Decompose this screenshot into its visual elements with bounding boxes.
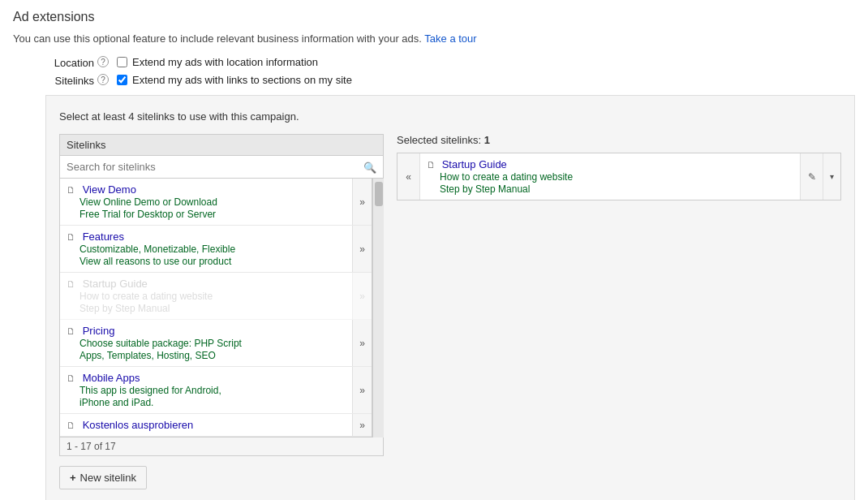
location-checkbox-label: Extend my ads with location information xyxy=(132,56,318,68)
list-item: 🗋 Kostenlos ausprobieren » xyxy=(60,414,372,437)
sitelinks-list: 🗋 View Demo View Online Demo or Download… xyxy=(59,179,372,438)
page-icon: 🗋 xyxy=(67,420,75,430)
sitelink-sub-1: Customizable, Monetizable, Flexible xyxy=(79,244,346,255)
sitelink-title: Kostenlos ausprobieren xyxy=(83,419,194,431)
location-checkbox[interactable] xyxy=(117,57,127,67)
sitelink-title: Pricing xyxy=(83,325,115,337)
sitelink-add-button[interactable]: » xyxy=(352,320,372,366)
selected-back-button[interactable]: « xyxy=(397,153,420,200)
sitelinks-panel: Select at least 4 sitelinks to use with … xyxy=(45,95,855,500)
selected-count: 1 xyxy=(484,134,490,146)
location-label: Location xyxy=(29,56,94,69)
sitelink-sub-2: Apps, Templates, Hosting, SEO xyxy=(79,350,346,361)
page-icon: 🗋 xyxy=(67,326,75,336)
search-icon: 🔍 xyxy=(363,161,376,173)
sitelink-sub-1: Choose suitable package: PHP Script xyxy=(79,338,346,349)
location-row: Location ? Extend my ads with location i… xyxy=(29,56,855,69)
sitelink-sub-2: Free Trial for Desktop or Server xyxy=(79,209,346,220)
page-icon: 🗋 xyxy=(67,185,75,195)
edit-sitelink-button[interactable]: ✎ xyxy=(800,153,823,200)
sitelink-title: View Demo xyxy=(83,183,136,196)
pagination-row: 1 - 17 of 17 xyxy=(59,438,384,456)
sitelink-sub-1: How to create a dating website xyxy=(79,291,346,302)
list-item: 🗋 Pricing Choose suitable package: PHP S… xyxy=(60,320,372,367)
location-help-icon[interactable]: ? xyxy=(97,56,109,67)
sitelinks-search-input[interactable] xyxy=(60,156,383,178)
sitelinks-two-col: Sitelinks 🔍 🗋 View Demo xyxy=(59,134,841,456)
sitelink-sub-1: View Online Demo or Download xyxy=(79,196,346,208)
sitelink-title: Mobile Apps xyxy=(83,372,140,384)
selected-item-title: Startup Guide xyxy=(442,158,507,170)
sitelink-add-button[interactable]: » xyxy=(352,414,372,436)
selected-item-row: « 🗋 Startup Guide How to create a dating… xyxy=(397,153,841,200)
sitelinks-checkbox-area: Extend my ads with links to sections on … xyxy=(117,74,352,86)
list-scroll-wrapper: 🗋 View Demo View Online Demo or Download… xyxy=(59,179,384,438)
sitelink-sub-1: This app is designed for Android, xyxy=(79,385,346,396)
page-icon: 🗋 xyxy=(67,373,75,383)
extensions-section: Location ? Extend my ads with location i… xyxy=(29,56,855,87)
scrollbar-thumb xyxy=(375,182,383,206)
dropdown-button[interactable]: ▾ xyxy=(823,153,840,200)
scrollbar[interactable] xyxy=(372,179,384,438)
selected-item-sub-1: How to create a dating website xyxy=(440,171,793,183)
list-item: 🗋 Features Customizable, Monetizable, Fl… xyxy=(60,226,372,273)
take-tour-link[interactable]: Take a tour xyxy=(424,32,476,45)
sitelink-sub-2: View all reasons to use our product xyxy=(79,256,346,267)
left-col: Sitelinks 🔍 🗋 View Demo xyxy=(59,134,384,456)
sitelinks-checkbox[interactable] xyxy=(117,75,127,85)
sitelinks-help-icon[interactable]: ? xyxy=(97,74,109,85)
sitelink-add-button[interactable]: » xyxy=(352,226,372,272)
list-item: 🗋 Startup Guide How to create a dating w… xyxy=(60,273,372,320)
location-checkbox-area: Extend my ads with location information xyxy=(117,56,318,68)
sitelink-title: Startup Guide xyxy=(83,278,148,290)
selected-actions: ✎ ▾ xyxy=(800,153,840,200)
new-sitelink-button[interactable]: + New sitelink xyxy=(59,466,147,489)
panel-instruction: Select at least 4 sitelinks to use with … xyxy=(59,110,841,123)
sitelinks-row: Sitelinks ? Extend my ads with links to … xyxy=(29,74,855,87)
sitelink-add-button-disabled: » xyxy=(352,273,372,319)
page-icon: 🗋 xyxy=(427,160,436,170)
selected-item-sub-2: Step by Step Manual xyxy=(440,183,793,195)
page-icon: 🗋 xyxy=(67,232,75,242)
page-icon: 🗋 xyxy=(67,279,75,289)
right-col: Selected sitelinks: 1 « 🗋 Startup Guide … xyxy=(397,134,841,456)
search-box-wrapper: 🔍 xyxy=(59,156,384,179)
list-item: 🗋 View Demo View Online Demo or Download… xyxy=(60,179,372,226)
sitelink-sub-2: iPhone and iPad. xyxy=(79,397,346,408)
sitelinks-label: Sitelinks xyxy=(29,74,94,87)
list-items-container: 🗋 View Demo View Online Demo or Download… xyxy=(59,179,372,438)
page-title: Ad extensions xyxy=(13,10,855,24)
sitelink-add-button[interactable]: » xyxy=(352,179,372,225)
selected-header: Selected sitelinks: 1 xyxy=(397,134,841,146)
sitelink-title: Features xyxy=(83,231,124,243)
sitelinks-list-header: Sitelinks xyxy=(59,134,384,156)
list-item: 🗋 Mobile Apps This app is designed for A… xyxy=(60,367,372,414)
sitelink-sub-2: Step by Step Manual xyxy=(79,303,346,314)
sitelinks-checkbox-label: Extend my ads with links to sections on … xyxy=(132,74,352,86)
intro-text: You can use this optional feature to inc… xyxy=(13,32,855,45)
sitelink-add-button[interactable]: » xyxy=(352,367,372,413)
